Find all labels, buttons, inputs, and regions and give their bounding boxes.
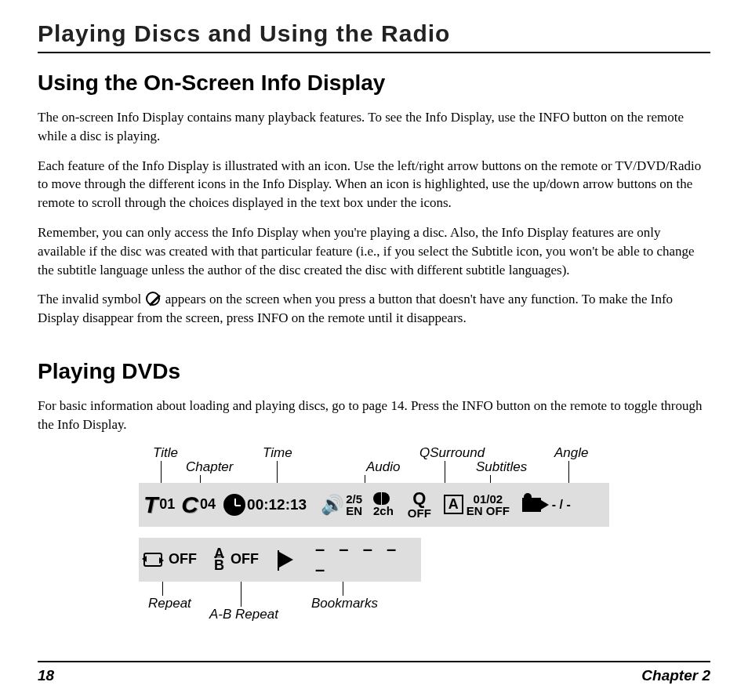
subtitle-box-icon: A	[444, 495, 463, 514]
ab-repeat-state: OFF	[231, 551, 259, 568]
section-title-info-display: Using the On-Screen Info Display	[38, 71, 710, 96]
cell-chapter: C 04	[181, 491, 216, 518]
chapter-title: Playing Discs and Using the Radio	[38, 20, 710, 53]
cell-time: 00:12:13	[223, 494, 307, 516]
page-number: 18	[38, 667, 54, 684]
chapter-number: 04	[200, 496, 216, 513]
flag-icon	[279, 552, 293, 568]
cell-qsurround: Q OFF	[408, 490, 431, 519]
speaker-icon: 🔊	[321, 494, 344, 516]
title-letter: T	[143, 491, 158, 518]
cell-dolby: 2ch	[373, 492, 394, 517]
cell-ab-repeat: A B OFF	[214, 548, 259, 571]
label-title: Title	[153, 445, 178, 461]
label-time: Time	[263, 445, 292, 461]
label-bookmarks: Bookmarks	[311, 596, 378, 611]
label-angle: Angle	[554, 445, 588, 461]
subtitle-track: 01/02	[467, 493, 510, 505]
bookmarks-value: – – – – –	[315, 539, 416, 580]
q-icon: Q	[408, 490, 431, 507]
invalid-icon	[146, 292, 160, 306]
paragraph: The invalid symbol appears on the screen…	[38, 290, 710, 328]
chapter-letter: C	[181, 491, 198, 518]
cell-bookmarks: – – – – –	[279, 539, 416, 580]
dolby-icon	[373, 492, 394, 505]
repeat-icon	[143, 553, 162, 567]
angle-value: - / -	[552, 498, 571, 512]
audio-lang: EN	[346, 505, 362, 517]
info-display-diagram: Title Chapter Time Audio QSurround Subti…	[139, 445, 609, 624]
label-repeat: Repeat	[148, 596, 191, 611]
camera-icon	[522, 498, 541, 512]
text-fragment: The invalid symbol	[38, 292, 144, 306]
cell-angle: - / -	[522, 498, 571, 512]
dolby-channels: 2ch	[373, 505, 394, 517]
diagram-labels-bottom: Repeat A-B Repeat Bookmarks	[139, 582, 609, 624]
label-qsurround: QSurround	[419, 445, 485, 461]
label-ab-repeat: A-B Repeat	[209, 607, 278, 622]
paragraph: Remember, you can only access the Info D…	[38, 223, 710, 279]
time-value: 00:12:13	[247, 496, 307, 513]
label-chapter: Chapter	[186, 459, 233, 475]
title-number: 01	[159, 496, 175, 513]
audio-track: 2/5	[346, 493, 362, 505]
info-bar-2: OFF A B OFF – – – – –	[139, 538, 421, 582]
subtitle-state: EN OFF	[467, 505, 510, 517]
qsurround-state: OFF	[408, 507, 431, 519]
paragraph: Each feature of the Info Display is illu…	[38, 157, 710, 212]
cell-subtitles: A 01/02 EN OFF	[444, 493, 510, 517]
page-footer: 18 Chapter 2	[38, 661, 710, 684]
clock-icon	[223, 494, 245, 516]
cell-audio: 🔊 2/5 EN	[321, 493, 362, 517]
cell-title: T 01	[143, 491, 175, 518]
label-subtitles: Subtitles	[476, 459, 527, 475]
ab-repeat-icon: A B	[214, 548, 224, 571]
paragraph: For basic information about loading and …	[38, 397, 710, 434]
diagram-labels-top: Title Chapter Time Audio QSurround Subti…	[139, 445, 609, 483]
paragraph: The on-screen Info Display contains many…	[38, 108, 710, 146]
cell-repeat: OFF	[143, 551, 197, 568]
section-title-playing-dvds: Playing DVDs	[38, 359, 710, 384]
info-bar-1: T 01 C 04 00:12:13 🔊 2/5 EN	[139, 483, 609, 527]
chapter-label: Chapter 2	[641, 667, 710, 684]
repeat-state: OFF	[169, 551, 197, 568]
label-audio: Audio	[366, 459, 400, 475]
